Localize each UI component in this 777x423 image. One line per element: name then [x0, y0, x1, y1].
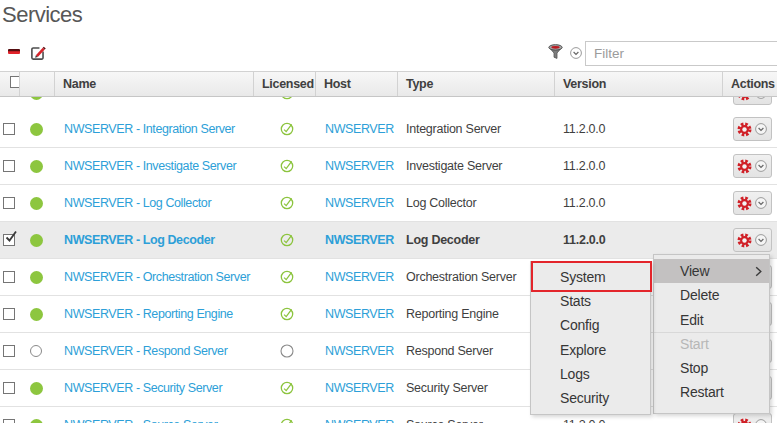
service-name-link[interactable]: NWSERVER - Investigate Server [55, 148, 254, 184]
service-type: Log Decoder [398, 222, 555, 258]
cell-licensed [254, 407, 316, 423]
menu-item-view[interactable]: View [654, 259, 769, 283]
service-name-link[interactable]: NWSERVER - Orchestration Server [55, 259, 254, 295]
header-select-all[interactable] [0, 72, 20, 96]
header-type[interactable]: Type [398, 72, 555, 96]
service-name-link[interactable]: NWSERVER - Log Decoder [55, 222, 254, 258]
filter-options-chevron-icon[interactable] [570, 47, 582, 59]
licensed-check-icon [280, 418, 294, 423]
row-actions-button[interactable] [733, 154, 772, 178]
licensed-check-icon [280, 270, 294, 284]
header-actions[interactable]: Actions [723, 72, 777, 96]
row-actions-button[interactable] [733, 97, 772, 105]
service-name-link[interactable]: NWSERVER - Security Server [55, 370, 254, 406]
gear-icon [737, 196, 752, 211]
service-type: Investigate Server [398, 148, 555, 184]
cell-licensed [254, 97, 316, 111]
cell-select [0, 148, 20, 184]
chevron-down-circle-icon [755, 160, 767, 172]
header-version[interactable]: Version [555, 72, 723, 96]
host-link[interactable]: NWSERVER [316, 296, 398, 332]
row-checkbox[interactable] [3, 123, 15, 135]
row-checkbox[interactable] [3, 234, 15, 246]
service-type [398, 97, 555, 111]
menu-item-explore[interactable]: Explore [531, 338, 650, 362]
header-name[interactable]: Name [55, 72, 254, 96]
row-actions-button[interactable] [733, 117, 772, 141]
service-name-link[interactable]: NWSERVER - Integration Server [55, 111, 254, 147]
row-checkbox[interactable] [3, 345, 15, 357]
licensed-check-icon [280, 122, 294, 136]
licensed-check-icon [280, 233, 294, 247]
chevron-down-circle-icon [755, 123, 767, 135]
service-row[interactable] [0, 97, 777, 111]
row-checkbox[interactable] [3, 382, 15, 394]
filter-input[interactable] [585, 41, 777, 66]
row-actions-button[interactable] [733, 191, 772, 215]
row-checkbox[interactable] [3, 419, 15, 423]
cell-select [0, 222, 20, 258]
host-link[interactable]: NWSERVER [316, 185, 398, 221]
filter-funnel-icon[interactable] [548, 44, 563, 59]
status-running-icon [30, 308, 43, 321]
host-link[interactable]: NWSERVER [316, 370, 398, 406]
header-licensed[interactable]: Licensed [254, 72, 316, 96]
unlicensed-circle-icon [280, 344, 294, 358]
service-name-link[interactable]: NWSERVER - Respond Server [55, 333, 254, 369]
row-actions-button[interactable] [733, 413, 772, 423]
host-link[interactable]: NWSERVER [316, 259, 398, 295]
cell-status [20, 407, 55, 423]
cell-select [0, 333, 20, 369]
host-link[interactable]: NWSERVER [316, 111, 398, 147]
gear-icon [737, 233, 752, 248]
row-actions-button[interactable] [733, 228, 772, 252]
service-name-link[interactable] [55, 97, 254, 111]
chevron-down-circle-icon [755, 419, 767, 423]
service-name-link[interactable]: NWSERVER - Source Server [55, 407, 254, 423]
menu-item-config[interactable]: Config [531, 313, 650, 337]
host-link[interactable]: NWSERVER [316, 222, 398, 258]
service-row[interactable]: NWSERVER - Integration ServerNWSERVERInt… [0, 111, 777, 148]
partial-row-top [0, 97, 777, 111]
row-checkbox[interactable] [3, 197, 15, 209]
service-name-link[interactable]: NWSERVER - Reporting Engine [55, 296, 254, 332]
cell-licensed [254, 333, 316, 369]
menu-item-security[interactable]: Security [531, 386, 650, 410]
gear-icon [737, 418, 752, 423]
licensed-check-icon [280, 159, 294, 173]
host-link[interactable]: NWSERVER [316, 407, 398, 423]
cell-status [20, 259, 55, 295]
host-link[interactable]: NWSERVER [316, 333, 398, 369]
cell-select [0, 111, 20, 147]
chevron-down-circle-icon [755, 234, 767, 246]
menu-item-stats[interactable]: Stats [531, 289, 650, 313]
header-host[interactable]: Host [316, 72, 398, 96]
service-name-link[interactable]: NWSERVER - Log Collector [55, 185, 254, 221]
service-row[interactable]: NWSERVER - Investigate ServerNWSERVERInv… [0, 148, 777, 185]
service-row[interactable]: NWSERVER - Log CollectorNWSERVERLog Coll… [0, 185, 777, 222]
menu-item-system[interactable]: System [531, 265, 650, 289]
delete-service-minus-icon[interactable] [8, 49, 20, 54]
row-checkbox[interactable] [3, 271, 15, 283]
edit-service-pencil-icon[interactable] [30, 44, 47, 61]
checkbox-check-icon [4, 230, 18, 244]
cell-licensed [254, 259, 316, 295]
host-link[interactable] [316, 97, 398, 111]
status-running-icon [30, 419, 43, 423]
menu-item-stop[interactable]: Stop [654, 356, 769, 380]
submenu-arrow-icon [755, 266, 762, 277]
menu-item-logs[interactable]: Logs [531, 362, 650, 386]
cell-actions [723, 97, 777, 111]
row-checkbox[interactable] [3, 308, 15, 320]
cell-status [20, 296, 55, 332]
header-status[interactable] [20, 72, 55, 96]
row-checkbox[interactable] [3, 160, 15, 172]
menu-item-restart[interactable]: Restart [654, 380, 769, 404]
status-running-icon [30, 271, 43, 284]
select-all-checkbox[interactable] [10, 76, 20, 88]
menu-item-delete[interactable]: Delete [654, 283, 769, 307]
cell-status [20, 111, 55, 147]
status-running-icon [30, 382, 43, 395]
menu-item-edit[interactable]: Edit [654, 308, 769, 332]
host-link[interactable]: NWSERVER [316, 148, 398, 184]
